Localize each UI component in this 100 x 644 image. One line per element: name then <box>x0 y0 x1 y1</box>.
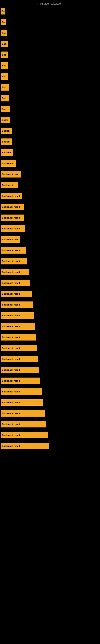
result-item: Bottleneck result <box>1 419 99 430</box>
result-item: Bottleneck result <box>1 376 99 386</box>
result-label: Bott <box>2 32 6 34</box>
result-label: Bottleneck result <box>2 412 20 414</box>
result-item: Bottleneck resul <box>1 169 99 180</box>
result-bar: Bottleneck resul <box>1 171 21 178</box>
result-label: Bott <box>2 86 6 88</box>
result-label: Bottleneck resul <box>2 173 19 176</box>
result-bar: Bott <box>1 73 8 80</box>
result-label: Bottleneck re <box>2 184 16 186</box>
result-item: Bottleneck result <box>1 354 99 364</box>
result-item: Bottlene <box>1 147 99 158</box>
result-label: Bottleneck result <box>2 401 20 404</box>
result-bar: Bottleneck resu <box>1 236 20 243</box>
result-label: Bottleneck result <box>2 292 20 295</box>
result-bar: Bottlene <box>1 149 13 156</box>
result-item: Bottleneck result <box>1 202 99 212</box>
result-item: Bottleneck re <box>1 180 99 190</box>
result-label: Bott <box>2 108 6 110</box>
result-item: Bottlen <box>1 126 99 136</box>
result-label: Bottleneck result <box>2 260 20 262</box>
result-bar: Bottleneck result <box>1 280 30 286</box>
result-bar: Bottlen <box>1 138 12 145</box>
result-bar: Bottleneck result <box>1 410 45 416</box>
result-bar: Bottleneck result <box>1 399 43 406</box>
result-label: Bottleneck result <box>2 390 20 393</box>
result-bar: Bottleneck result <box>1 214 24 221</box>
result-item: Bo <box>1 17 99 27</box>
result-label: Bottleneck result <box>2 380 20 382</box>
result-item: Bottleneck result <box>1 310 99 321</box>
result-bar: Bott <box>1 95 9 102</box>
result-bar: Bott <box>1 106 10 112</box>
result-item: Bo <box>1 6 99 16</box>
result-bar: Bottleneck result <box>1 334 36 340</box>
result-bar: Bott <box>1 41 8 47</box>
result-label: Bottleneck result <box>2 347 20 349</box>
result-bar: Bottlen <box>1 128 12 134</box>
result-label: Bo <box>2 10 5 12</box>
result-item: Bottleneck result <box>1 288 99 299</box>
result-bar: Bo <box>1 19 6 25</box>
result-bar: Bottleneck result <box>1 421 47 428</box>
result-item: Bottleneck result <box>1 441 99 451</box>
result-bar: Bottleneck result <box>1 388 42 395</box>
result-bar: Bottleneck result <box>1 204 24 210</box>
result-bar: Bottleneck result <box>1 378 40 384</box>
result-item: Bottlen <box>1 136 99 147</box>
result-bar: Bottleneck result <box>1 226 25 232</box>
result-label: Bottleneck r <box>2 162 15 164</box>
result-label: Bottleneck resu <box>2 238 19 241</box>
result-label: Bott <box>2 43 6 45</box>
result-bar: Bott <box>1 52 8 58</box>
result-label: Bottleneck result <box>2 423 20 426</box>
result-label: Bottleneck result <box>2 206 20 208</box>
result-label: Bottleneck result <box>2 325 20 328</box>
result-bar: Bott <box>1 30 7 36</box>
result-item: Bottleneck result <box>1 365 99 375</box>
result-bar: Bottleneck result <box>1 367 39 373</box>
result-label: Bottleneck result <box>2 445 20 447</box>
result-item: Bott <box>1 104 99 114</box>
result-item: Bottleneck resu <box>1 234 99 245</box>
site-title: TheBottlenecker.com <box>0 0 100 6</box>
result-label: Bott <box>2 64 6 67</box>
result-bar: Bottleneck result <box>1 312 34 319</box>
result-item: Bottleneck result <box>1 256 99 266</box>
result-bar: Bottleneck r <box>1 160 16 167</box>
result-item: Bottleneck result <box>1 386 99 397</box>
result-label: Bottleneck result <box>2 314 20 317</box>
result-item: Bottleneck result <box>1 224 99 234</box>
result-item: Bottleneck result <box>1 343 99 354</box>
result-item: Bottleneck result <box>1 321 99 332</box>
result-item: Bottleneck result <box>1 300 99 310</box>
result-label: Bottleneck result <box>2 228 20 230</box>
result-item: Bott <box>1 93 99 104</box>
result-bar: Bottleneck result <box>1 302 33 308</box>
result-label: Bottle <box>2 119 8 121</box>
result-item: Bottleneck result <box>1 267 99 277</box>
result-bar: Bottle <box>1 117 10 123</box>
result-label: Bottlen <box>2 140 10 143</box>
result-label: Bottleneck result <box>2 369 20 371</box>
result-item: Bott <box>1 71 99 82</box>
result-bar: Bottleneck result <box>1 323 35 330</box>
result-label: Bottleneck result <box>2 271 20 273</box>
result-item: Bottleneck result <box>1 332 99 342</box>
result-item: Bottleneck result <box>1 191 99 201</box>
result-item: Bott <box>1 60 99 71</box>
result-label: Bottlen <box>2 130 10 132</box>
result-bar: Bott <box>1 84 9 90</box>
result-label: Bo <box>2 21 5 23</box>
result-bar: Bottleneck result <box>1 432 48 438</box>
result-label: Bottleneck result <box>2 216 20 219</box>
result-bar: Bo <box>1 8 5 14</box>
result-bar: Bottleneck result <box>1 247 26 254</box>
result-bar: Bottleneck result <box>1 193 22 199</box>
result-item: Bottleneck result <box>1 408 99 418</box>
result-label: Bottlene <box>2 151 11 154</box>
result-bar: Bottleneck re <box>1 182 18 188</box>
result-bar: Bottleneck result <box>1 443 49 449</box>
result-label: Bott <box>2 97 6 100</box>
result-label: Bottleneck result <box>2 358 20 360</box>
result-item: Bottleneck result <box>1 245 99 256</box>
